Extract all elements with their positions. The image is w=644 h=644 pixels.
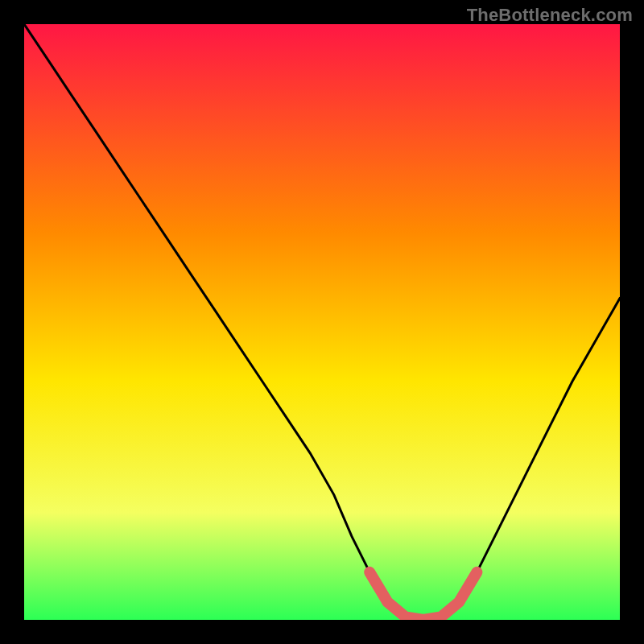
chart-frame: TheBottleneck.com — [0, 0, 644, 644]
bottleneck-chart — [24, 24, 620, 620]
watermark-label: TheBottleneck.com — [467, 5, 633, 26]
heat-background — [24, 24, 620, 620]
plot-area — [24, 24, 620, 620]
